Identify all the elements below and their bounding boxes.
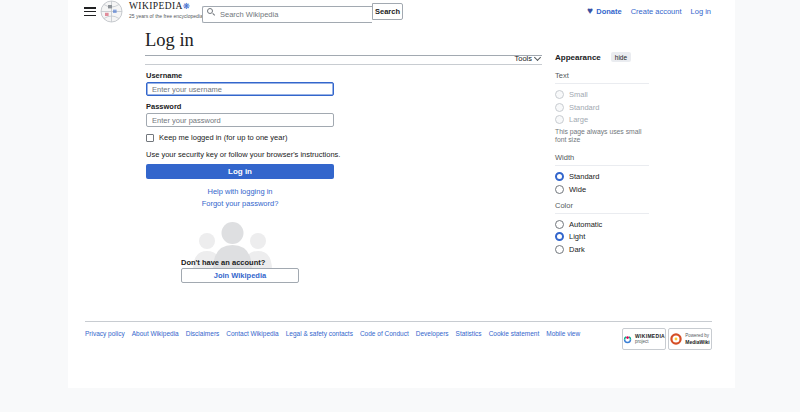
radio-icon [555,90,564,99]
radio-icon [555,220,564,229]
log-in-submit-button[interactable]: Log in [146,164,334,179]
search-input[interactable] [202,6,372,23]
donate-link[interactable]: ♥ Donate [587,6,621,16]
powered-by-mediawiki-badge[interactable]: Powered by MediaWiki [668,328,712,350]
security-key-note: Use your security key or follow your bro… [146,150,340,159]
password-label: Password [146,102,181,111]
footer-link-legal[interactable]: Legal & safety contacts [286,330,353,337]
width-section-label: Width [555,153,649,166]
footer-link-about[interactable]: About Wikipedia [132,330,179,337]
header-user-links: ♥ Donate Create account Log in [587,6,711,16]
mediawiki-logo-icon [670,333,682,345]
color-section-label: Color [555,201,649,214]
color-section: Color Automatic Light Dark [555,201,649,254]
tools-label: Tools [514,54,532,63]
create-account-link[interactable]: Create account [631,7,682,16]
log-in-link[interactable]: Log in [691,7,711,16]
no-account-text: Don't have an account? [181,258,265,267]
keep-logged-in-label: Keep me logged in (for up to one year) [159,133,287,142]
radio-color-dark[interactable]: Dark [555,245,649,254]
radio-text-large[interactable]: Large [555,115,649,124]
radio-width-standard[interactable]: Standard [555,172,649,181]
hide-appearance-button[interactable]: hide [611,52,631,62]
heart-icon: ♥ [587,6,593,16]
appearance-panel: Appearance hide Text Small Standard Larg… [555,52,649,261]
text-size-section: Text Small Standard Large This page alwa… [555,71,649,145]
tools-dropdown[interactable]: Tools [145,53,542,65]
radio-icon [555,103,564,112]
keep-logged-in-checkbox[interactable] [146,134,154,142]
anniversary-puzzle-flower-icon: ❋ [183,1,191,11]
forgot-password-link[interactable]: Forgot your password? [146,199,334,208]
text-size-note: This page always uses small font size [555,128,649,146]
radio-width-wide[interactable]: Wide [555,185,649,194]
hamburger-menu-icon[interactable] [84,7,96,16]
footer-link-developers[interactable]: Developers [416,330,449,337]
username-label: Username [146,71,182,80]
radio-icon [555,245,564,254]
footer-link-cookies[interactable]: Cookie statement [489,330,540,337]
footer-link-disclaimers[interactable]: Disclaimers [186,330,220,337]
radio-checked-icon [555,232,564,241]
radio-text-standard[interactable]: Standard [555,103,649,112]
password-input[interactable] [146,113,334,127]
radio-text-small[interactable]: Small [555,90,649,99]
radio-icon [555,115,564,124]
search-bar: Search [202,3,403,20]
wikimedia-foundation-badge[interactable]: WIKIMEDIA project [622,328,666,350]
join-wikipedia-button[interactable]: Join Wikipedia [181,268,299,283]
appearance-title: Appearance [555,53,601,62]
footer-link-conduct[interactable]: Code of Conduct [360,330,409,337]
wikipedia-globe-logo[interactable] [98,0,125,27]
search-icon [207,8,213,14]
radio-icon [555,185,564,194]
content-surface: WIKIPEDIA❋ 25 years of the free encyclop… [68,0,735,388]
footer-link-contact[interactable]: Contact Wikipedia [226,330,278,337]
radio-color-light[interactable]: Light [555,232,649,241]
footer-badges: WIKIMEDIA project Powered by MediaWiki [622,328,712,350]
chevron-down-icon [534,53,541,60]
footer-link-privacy[interactable]: Privacy policy [85,330,125,337]
username-input[interactable] [146,82,334,96]
footer-links: Privacy policy About Wikipedia Disclaime… [85,330,580,337]
radio-color-automatic[interactable]: Automatic [555,220,649,229]
search-button[interactable]: Search [372,3,403,20]
wikimedia-logo-icon [623,334,632,345]
help-logging-in-link[interactable]: Help with logging in [146,187,334,196]
footer-link-statistics[interactable]: Statistics [456,330,482,337]
footer-divider [85,321,712,322]
radio-checked-icon [555,172,564,181]
footer-link-mobile[interactable]: Mobile view [546,330,580,337]
wikipedia-wordmark[interactable]: WIKIPEDIA❋ 25 years of the free encyclop… [129,2,203,19]
keep-logged-in-row: Keep me logged in (for up to one year) [146,133,287,142]
width-section: Width Standard Wide [555,153,649,194]
logo-tagline: 25 years of the free encyclopedia [129,14,203,19]
text-section-label: Text [555,71,649,84]
